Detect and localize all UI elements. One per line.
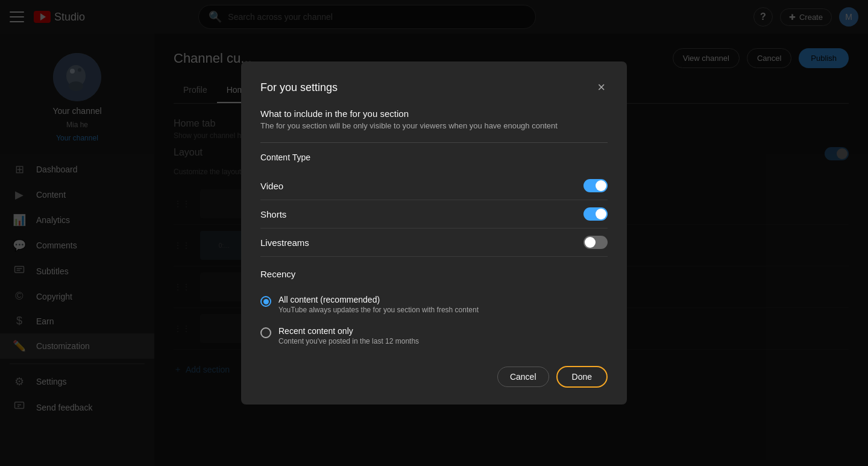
video-toggle-row: Video [260, 172, 608, 200]
modal-overlay: For you settings × What to include in th… [0, 0, 868, 466]
modal-header: For you settings × [260, 78, 608, 96]
shorts-label: Shorts [260, 209, 286, 219]
for-you-settings-modal: For you settings × What to include in th… [241, 61, 627, 405]
content-type-label: Content Type [260, 153, 608, 162]
all-content-radio-desc: YouTube always updates the for you secti… [278, 306, 479, 314]
recent-only-radio-text: Recent content only Content you've poste… [278, 326, 419, 345]
recent-only-radio[interactable]: Recent content only Content you've poste… [260, 320, 608, 351]
modal-section-desc: The for you section will be only visible… [260, 121, 608, 130]
all-content-radio-circle [260, 296, 271, 307]
recent-only-radio-desc: Content you've posted in the last 12 mon… [278, 337, 419, 345]
modal-close-button[interactable]: × [595, 78, 608, 96]
modal-done-button[interactable]: Done [556, 366, 608, 388]
modal-cancel-button[interactable]: Cancel [497, 367, 549, 387]
shorts-toggle-row: Shorts [260, 200, 608, 228]
all-content-radio-text: All content (recommended) YouTube always… [278, 295, 479, 314]
livestreams-label: Livestreams [260, 238, 309, 248]
modal-divider-1 [260, 142, 608, 143]
recency-label: Recency [260, 269, 608, 279]
all-content-radio[interactable]: All content (recommended) YouTube always… [260, 289, 608, 320]
livestreams-toggle[interactable] [583, 236, 608, 249]
recent-only-radio-title: Recent content only [278, 326, 419, 336]
video-toggle[interactable] [583, 179, 608, 192]
video-label: Video [260, 181, 283, 191]
all-content-radio-title: All content (recommended) [278, 295, 479, 304]
recent-only-radio-circle [260, 327, 271, 338]
shorts-toggle[interactable] [583, 207, 608, 221]
modal-section-title: What to include in the for you section [260, 109, 608, 119]
modal-section-header: What to include in the for you section T… [260, 109, 608, 130]
livestreams-toggle-row: Livestreams [260, 228, 608, 257]
modal-title: For you settings [260, 81, 338, 94]
modal-footer: Cancel Done [260, 366, 608, 388]
